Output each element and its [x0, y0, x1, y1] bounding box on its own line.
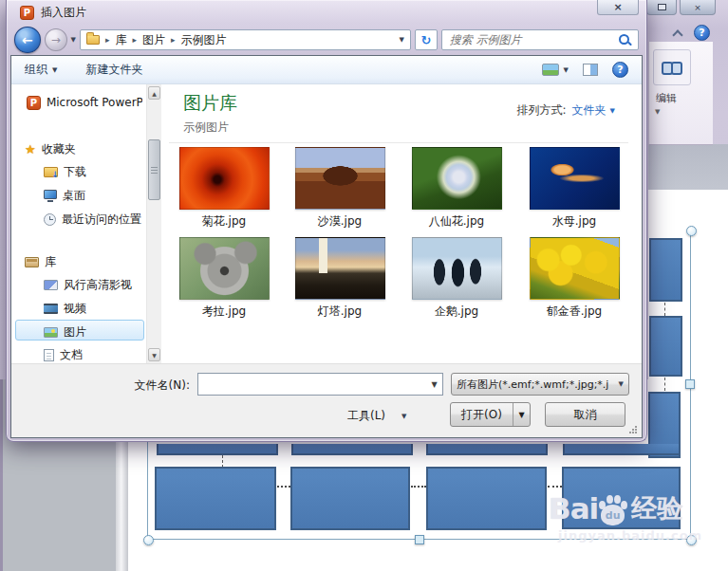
recent-places-icon	[44, 213, 56, 226]
breadcrumb-item[interactable]: 图片	[142, 32, 165, 48]
smartart-shape[interactable]	[649, 316, 682, 377]
arrange-by-control: 排列方式: 文件夹 ▼	[517, 102, 615, 119]
sidebar-item-documents[interactable]: 文档	[44, 346, 83, 363]
nav-history-dropdown[interactable]: ▼	[71, 36, 76, 44]
sidebar-item-downloads[interactable]: 下载	[44, 163, 86, 180]
file-item[interactable]: 八仙花.jpg	[399, 147, 514, 230]
videos-icon	[44, 304, 58, 314]
connector-line	[664, 303, 665, 316]
file-item[interactable]: 企鹅.jpg	[399, 237, 514, 320]
organize-button[interactable]: 组织 ▼	[25, 62, 57, 78]
dialog-footer: 文件名(N): ▼ 所有图片(*.emf;*.wmf;*.jpg;*.j ▼ 工…	[11, 363, 642, 437]
forward-button[interactable]: →	[45, 28, 67, 51]
ppt-close-button[interactable]: ×	[680, 0, 716, 15]
ppt-workspace	[648, 144, 728, 190]
binoculars-icon	[662, 60, 682, 73]
dialog-titlebar: P 插入图片 ×	[7, 0, 646, 25]
sidebar-scrollbar[interactable]: ▲ ▼	[146, 84, 161, 363]
sidebar-item-pictures[interactable]: 图片	[44, 323, 86, 341]
header-separator	[169, 142, 628, 143]
open-split-arrow[interactable]: ▼	[513, 403, 530, 426]
selection-side-handle[interactable]	[685, 379, 695, 389]
address-dropdown-arrow[interactable]: ▼	[400, 36, 404, 44]
file-name: 企鹅.jpg	[399, 304, 514, 320]
star-icon: ★	[25, 143, 36, 156]
smartart-shape[interactable]	[426, 467, 547, 530]
cancel-button[interactable]: 取消	[545, 402, 625, 427]
help-button[interactable]: ?	[612, 62, 628, 78]
scrollbar-thumb[interactable]	[148, 139, 160, 200]
file-item[interactable]: 菊花.jpg	[166, 147, 282, 230]
search-icon[interactable]	[618, 33, 632, 47]
smartart-shape[interactable]	[291, 444, 413, 455]
file-item[interactable]: 灯塔.jpg	[282, 237, 398, 320]
refresh-button[interactable]: ↻	[415, 29, 438, 50]
resize-grip[interactable]	[628, 425, 638, 434]
navigation-pane: P Microsoft PowerP ★ 收藏夹 下载 桌面	[11, 84, 146, 363]
thumbnail-lighthouse	[295, 237, 385, 300]
insert-picture-dialog: P 插入图片 × ← → ▼ ▸ 库 ▸ 图片 ▸ 示例图片 ▼ ↻	[6, 0, 647, 442]
chevron-down-icon: ▼	[610, 107, 615, 115]
filename-input[interactable]	[198, 378, 426, 391]
open-button[interactable]: 打开(O) ▼	[450, 402, 531, 427]
breadcrumb-item[interactable]: 库	[115, 32, 126, 48]
ribbon-collapse-button[interactable]	[670, 28, 685, 39]
scroll-down-button[interactable]: ▼	[148, 348, 160, 361]
file-name: 沙漠.jpg	[282, 213, 398, 230]
sidebar-item-desktop[interactable]: 桌面	[44, 187, 85, 204]
file-item[interactable]: 沙漠.jpg	[282, 147, 398, 230]
file-item[interactable]: 考拉.jpg	[166, 237, 282, 320]
selection-side-handle[interactable]	[415, 535, 424, 544]
ppt-help-button[interactable]: ?	[694, 25, 710, 41]
pictures-icon	[44, 327, 58, 338]
file-item[interactable]: 郁金香.jpg	[516, 237, 632, 320]
smartart-shape[interactable]	[563, 444, 681, 455]
ppt-restore-button[interactable]	[646, 0, 677, 15]
sidebar-item-funshion[interactable]: 风行高清影视	[44, 276, 132, 293]
sidebar-item-powerpoint[interactable]: P Microsoft PowerP	[27, 94, 142, 111]
file-item[interactable]: 水母.jpg	[516, 147, 632, 230]
downloads-icon	[44, 167, 58, 177]
chevron-up-icon	[672, 29, 682, 40]
sidebar-item-videos[interactable]: 视频	[44, 300, 86, 317]
back-button[interactable]: ←	[14, 27, 41, 53]
smartart-shape[interactable]	[290, 467, 410, 530]
smartart-shape[interactable]	[649, 238, 682, 302]
new-folder-button[interactable]: 新建文件夹	[85, 62, 142, 78]
filename-dropdown-arrow[interactable]: ▼	[426, 374, 442, 395]
smartart-shape[interactable]	[157, 444, 278, 455]
find-button[interactable]	[653, 49, 691, 85]
search-input[interactable]	[448, 32, 618, 47]
selection-corner-handle[interactable]	[686, 226, 697, 236]
breadcrumb-item[interactable]: 示例图片	[181, 32, 227, 48]
sidebar-group-favorites[interactable]: ★ 收藏夹	[25, 140, 76, 157]
file-name: 郁金香.jpg	[516, 304, 632, 320]
chevron-down-icon: ▼	[619, 380, 624, 388]
smartart-shape[interactable]	[155, 467, 276, 530]
address-bar[interactable]: ▸ 库 ▸ 图片 ▸ 示例图片 ▼	[80, 29, 411, 50]
sidebar-item-recent-places[interactable]: 最近访问的位置	[44, 211, 141, 228]
dialog-body: P Microsoft PowerP ★ 收藏夹 下载 桌面	[11, 84, 642, 363]
breadcrumb-arrow-icon: ▸	[105, 35, 110, 45]
thumbnail-koala	[179, 237, 270, 300]
smartart-shape[interactable]	[426, 444, 548, 455]
chevron-down-icon: ▼	[401, 413, 406, 420]
selection-corner-handle[interactable]	[143, 535, 154, 545]
library-title: 图片库	[183, 91, 237, 116]
file-name: 水母.jpg	[516, 213, 632, 230]
filetype-dropdown[interactable]: 所有图片(*.emf;*.wmf;*.jpg;*.j ▼	[451, 373, 629, 396]
sidebar-group-libraries[interactable]: 库	[25, 253, 56, 270]
dialog-title: 插入图片	[41, 5, 86, 21]
preview-pane-button[interactable]	[583, 64, 598, 76]
dialog-close-button[interactable]: ×	[597, 0, 639, 15]
smartart-shape[interactable]	[562, 467, 681, 529]
tools-menu-button[interactable]: 工具(L) ▼	[347, 408, 406, 424]
desktop-icon	[44, 190, 57, 199]
filename-combobox: ▼	[197, 373, 443, 396]
thumbnail-tulips	[530, 237, 620, 300]
connector-line	[411, 486, 426, 488]
scroll-up-button[interactable]: ▲	[148, 86, 160, 100]
selection-corner-handle[interactable]	[686, 535, 697, 545]
arrange-by-value[interactable]: 文件夹 ▼	[572, 102, 615, 119]
views-button[interactable]: ▼	[542, 64, 569, 76]
